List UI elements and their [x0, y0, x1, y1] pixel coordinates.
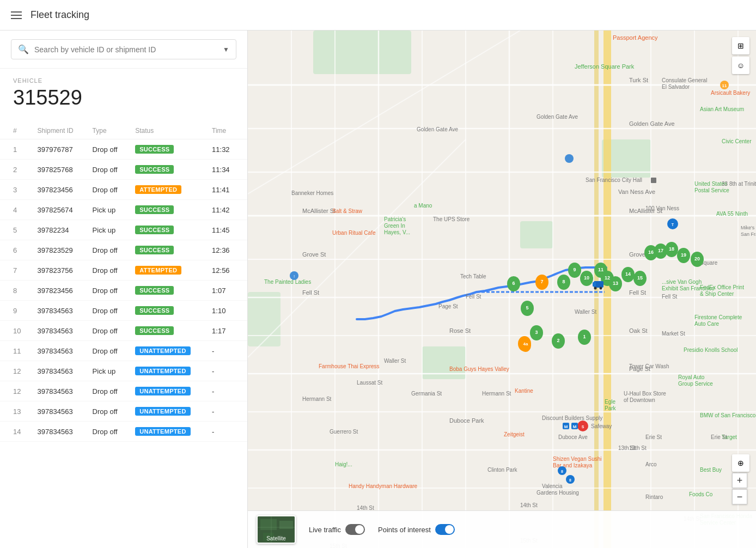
svg-text:Civic Center: Civic Center — [722, 138, 752, 144]
satellite-toggle[interactable]: Satellite — [257, 515, 296, 544]
svg-text:Asian Art Museum: Asian Art Museum — [700, 106, 744, 112]
svg-point-156 — [600, 287, 602, 290]
map-view: Turk St Golden Gate Ave McAllister St Gr… — [248, 31, 756, 548]
menu-button[interactable] — [11, 11, 22, 19]
row-status: ATTEMPTED — [129, 180, 205, 200]
svg-text:Golden Gate Ave: Golden Gate Ave — [417, 126, 458, 132]
row-type: Drop off — [86, 281, 129, 301]
table-row: 7 397823756 Drop off ATTEMPTED 12:56 — [0, 260, 247, 281]
svg-text:Oak St: Oak St — [629, 327, 648, 334]
row-shipment-id: 397976787 — [31, 139, 86, 160]
compass-icon[interactable]: ⊕ — [732, 454, 749, 472]
row-time: 11:34 — [205, 160, 247, 180]
row-status: SUCCESS — [129, 160, 205, 180]
svg-text:6: 6 — [512, 281, 515, 286]
svg-text:Van Ness Ave: Van Ness Ave — [618, 188, 655, 195]
row-shipment-id: 39782234 — [31, 220, 86, 240]
zoom-controls: ⊕ + − — [732, 454, 749, 504]
table-row: 11 397834563 Drop off UNATTEMPTED - — [0, 341, 247, 361]
row-time: 1:17 — [205, 321, 247, 341]
row-status: SUCCESS — [129, 281, 205, 301]
svg-text:Germania St: Germania St — [411, 391, 442, 397]
svg-text:Consulate General: Consulate General — [662, 77, 707, 83]
svg-text:11: 11 — [722, 83, 727, 88]
svg-text:Hermann St: Hermann St — [482, 391, 511, 397]
layers-icon[interactable]: ⊞ — [732, 37, 749, 54]
row-type: Drop off — [86, 240, 129, 260]
col-header-num: # — [0, 123, 31, 139]
svg-text:Kantine: Kantine — [515, 388, 533, 394]
row-time: 1:10 — [205, 301, 247, 321]
row-time: 11:41 — [205, 180, 247, 200]
row-type: Pick up — [86, 220, 129, 240]
svg-rect-154 — [593, 282, 596, 287]
svg-text:Haig!...: Haig!... — [335, 461, 352, 467]
row-status: SUCCESS — [129, 200, 205, 220]
svg-text:Best Buy: Best Buy — [700, 467, 722, 473]
svg-text:The Painted Ladies: The Painted Ladies — [264, 279, 311, 285]
svg-text:Zeitgeist: Zeitgeist — [504, 431, 525, 437]
map-controls-bar: Satellite Live traffic Points of interes… — [248, 510, 756, 548]
svg-text:Patricia's: Patricia's — [384, 216, 406, 222]
svg-text:Auto Care: Auto Care — [694, 321, 719, 327]
svg-rect-185 — [651, 178, 656, 183]
search-icon: 🔍 — [18, 44, 29, 54]
row-type: Drop off — [86, 381, 129, 401]
row-time: - — [205, 381, 247, 401]
svg-text:Golden Gate Ave: Golden Gate Ave — [536, 114, 578, 120]
svg-text:Green In: Green In — [384, 223, 405, 229]
svg-text:Park: Park — [605, 405, 617, 411]
row-num: 7 — [0, 260, 31, 281]
person-icon[interactable]: ☺ — [732, 57, 749, 74]
svg-text:4a: 4a — [523, 342, 528, 346]
svg-text:Presidio Knolls School: Presidio Knolls School — [684, 347, 738, 353]
row-num: 3 — [0, 180, 31, 200]
live-traffic-toggle[interactable] — [345, 524, 365, 535]
row-time: - — [205, 401, 247, 422]
row-type: Pick up — [86, 361, 129, 381]
svg-text:13: 13 — [613, 281, 618, 286]
svg-text:Fell St: Fell St — [302, 289, 319, 296]
col-header-status: Status — [129, 123, 205, 139]
svg-text:BMW of San Francisco: BMW of San Francisco — [700, 412, 756, 418]
row-time: 12:56 — [205, 260, 247, 281]
row-type: Drop off — [86, 422, 129, 442]
row-num: 5 — [0, 220, 31, 240]
svg-text:M: M — [573, 424, 577, 429]
row-time: 11:45 — [205, 220, 247, 240]
poi-toggle[interactable]: ✓ — [435, 524, 455, 535]
svg-text:Fell St: Fell St — [629, 289, 646, 296]
zoom-out-button[interactable]: − — [732, 489, 747, 504]
row-status: UNATTEMPTED — [129, 341, 205, 361]
row-shipment-id: 397834563 — [31, 422, 86, 442]
svg-text:Bar and Izakaya: Bar and Izakaya — [553, 462, 593, 468]
svg-text:Urban Ritual Cafe: Urban Ritual Cafe — [332, 230, 376, 236]
table-row: 10 397834563 Drop off SUCCESS 1:17 — [0, 321, 247, 341]
zoom-in-button[interactable]: + — [732, 473, 747, 488]
row-shipment-id: 397834563 — [31, 381, 86, 401]
svg-text:Rintaro: Rintaro — [645, 494, 663, 500]
search-box[interactable]: 🔍 ▼ — [11, 39, 236, 59]
row-status: SUCCESS — [129, 220, 205, 240]
svg-text:Handy Handyman Hardware: Handy Handyman Hardware — [349, 483, 418, 489]
svg-text:Arco: Arco — [645, 461, 657, 467]
search-input[interactable] — [34, 45, 218, 54]
svg-text:Tower Car Wash: Tower Car Wash — [629, 363, 669, 369]
row-shipment-id: 397823756 — [31, 260, 86, 281]
svg-text:2: 2 — [557, 338, 559, 343]
svg-text:Banneker Homes: Banneker Homes — [291, 190, 333, 196]
row-status: UNATTEMPTED — [129, 401, 205, 422]
row-shipment-id: 397834563 — [31, 341, 86, 361]
svg-text:Turk St: Turk St — [629, 77, 648, 83]
row-num: 10 — [0, 321, 31, 341]
svg-text:1: 1 — [583, 334, 586, 339]
table-row: 9 397834563 Drop off SUCCESS 1:10 — [0, 301, 247, 321]
shipment-table: # Shipment ID Type Status Time 1 3979767… — [0, 123, 247, 442]
svg-text:Arsicault Bakery: Arsicault Bakery — [711, 90, 750, 96]
row-status: SUCCESS — [129, 301, 205, 321]
vehicle-id: 315529 — [13, 86, 234, 109]
svg-text:20: 20 — [694, 256, 700, 261]
row-type: Pick up — [86, 200, 129, 220]
row-num: 6 — [0, 240, 31, 260]
row-type: Drop off — [86, 260, 129, 281]
